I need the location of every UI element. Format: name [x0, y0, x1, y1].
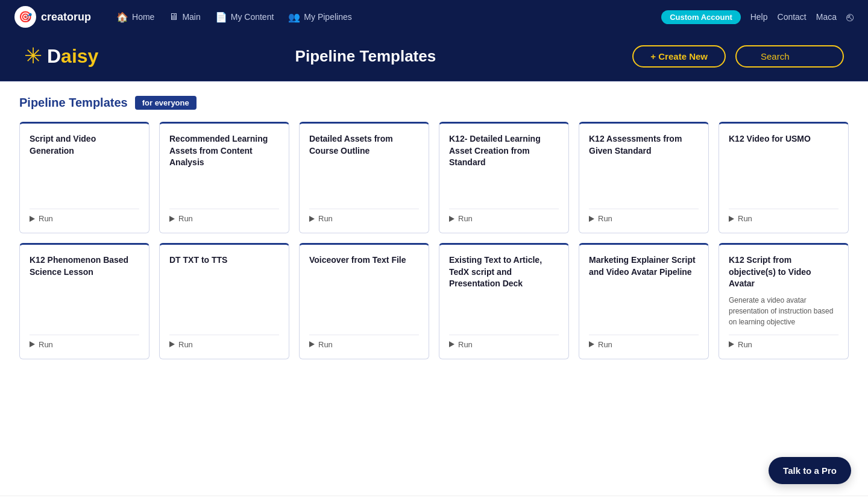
run-label: Run — [318, 214, 333, 223]
nav-main[interactable]: 🖥 Main — [163, 8, 206, 26]
card-run-button[interactable]: Run — [729, 335, 838, 349]
daisy-sun-icon: ✳ — [24, 43, 42, 69]
logo[interactable]: 🎯 creatorup — [14, 6, 91, 28]
card-title: K12 Phenomenon Based Science Lesson — [30, 254, 139, 327]
nav-contact[interactable]: Contact — [778, 12, 807, 22]
run-triangle-icon — [309, 216, 315, 222]
run-label: Run — [598, 340, 612, 349]
card-title: K12 Assessments from Given Standard — [589, 133, 699, 201]
card-run-button[interactable]: Run — [169, 209, 279, 223]
card-title: Script and Video Generation — [30, 133, 139, 201]
run-label: Run — [598, 214, 612, 223]
card-k12-video-usmo[interactable]: K12 Video for USMO Run — [719, 122, 849, 233]
card-run-button[interactable]: Run — [589, 335, 699, 349]
run-triangle-icon — [30, 341, 35, 347]
header-actions: + Create New Search — [632, 45, 844, 68]
run-label: Run — [738, 340, 752, 349]
card-existing-text-article[interactable]: Existing Text to Article, TedX script an… — [439, 243, 569, 359]
search-button[interactable]: Search — [735, 45, 844, 68]
cards-row-2: K12 Phenomenon Based Science Lesson Run … — [19, 243, 849, 359]
run-triangle-icon — [729, 341, 734, 347]
for-everyone-badge: for everyone — [135, 96, 197, 110]
card-k12-assessments[interactable]: K12 Assessments from Given Standard Run — [579, 122, 709, 233]
card-description: Generate a video avatar presentation of … — [729, 295, 838, 327]
logo-icon: 🎯 — [14, 6, 36, 28]
nav-main-label: Main — [182, 12, 200, 22]
card-voiceover-text-file[interactable]: Voiceover from Text File Run — [299, 243, 429, 359]
nav-my-content[interactable]: 📄 My Content — [209, 8, 280, 27]
card-k12-script-objective[interactable]: K12 Script from objective(s) to Video Av… — [719, 243, 849, 359]
cards-wrapper: Script and Video Generation Run Recommen… — [19, 122, 849, 359]
run-triangle-icon — [589, 216, 594, 222]
home-icon: 🏠 — [116, 11, 128, 23]
card-k12-phenomenon[interactable]: K12 Phenomenon Based Science Lesson Run — [19, 243, 149, 359]
footer: Copyright 2024 CreatorUp, all rights res… — [0, 496, 868, 501]
run-label: Run — [458, 214, 473, 223]
card-title: DT TXT to TTS — [169, 254, 279, 327]
card-script-video-generation[interactable]: Script and Video Generation Run — [19, 122, 149, 233]
card-marketing-explainer[interactable]: Marketing Explainer Script and Video Ava… — [579, 243, 709, 359]
run-triangle-icon — [30, 216, 35, 222]
card-title: Detailed Assets from Course Outline — [309, 133, 419, 201]
card-run-button[interactable]: Run — [30, 209, 139, 223]
nav-my-pipelines[interactable]: 👥 My Pipelines — [282, 8, 357, 27]
nav-my-pipelines-label: My Pipelines — [304, 12, 351, 22]
nav-items: 🏠 Home 🖥 Main 📄 My Content 👥 My Pipeline… — [110, 8, 647, 27]
run-triangle-icon — [449, 341, 454, 347]
card-title: Voiceover from Text File — [309, 254, 419, 327]
main-icon: 🖥 — [169, 11, 178, 22]
run-label: Run — [178, 214, 193, 223]
cards-row-1: Script and Video Generation Run Recommen… — [19, 122, 849, 233]
logout-icon[interactable]: ⎋ — [846, 10, 854, 24]
run-label: Run — [738, 214, 752, 223]
run-label: Run — [318, 340, 333, 349]
logo-text: creatorup — [41, 11, 91, 24]
content-icon: 📄 — [215, 11, 227, 23]
main-content: Pipeline Templates for everyone Script a… — [0, 81, 868, 496]
card-run-button[interactable]: Run — [449, 209, 559, 223]
pipelines-icon: 👥 — [288, 11, 300, 23]
page-title: Pipeline Templates — [98, 47, 632, 66]
section-header: Pipeline Templates for everyone — [19, 96, 849, 110]
card-run-button[interactable]: Run — [729, 209, 838, 223]
card-title: K12 Video for USMO — [729, 133, 838, 201]
card-recommended-learning[interactable]: Recommended Learning Assets from Content… — [159, 122, 289, 233]
card-run-button[interactable]: Run — [589, 209, 699, 223]
card-dt-txt-tts[interactable]: DT TXT to TTS Run — [159, 243, 289, 359]
card-title: Recommended Learning Assets from Content… — [169, 133, 279, 201]
nav-home[interactable]: 🏠 Home — [110, 8, 160, 27]
custom-account-badge[interactable]: Custom Account — [661, 10, 741, 24]
card-run-button[interactable]: Run — [30, 335, 139, 349]
nav-right: Custom Account Help Contact Maca ⎋ — [661, 10, 854, 24]
section-title: Pipeline Templates — [19, 96, 128, 110]
nav-my-content-label: My Content — [231, 12, 274, 22]
create-new-button[interactable]: + Create New — [632, 45, 726, 68]
run-label: Run — [458, 340, 473, 349]
run-triangle-icon — [309, 341, 315, 347]
card-run-button[interactable]: Run — [309, 335, 419, 349]
header-band: ✳ Daisy Pipeline Templates + Create New … — [0, 34, 868, 81]
run-triangle-icon — [729, 216, 734, 222]
run-triangle-icon — [589, 341, 594, 347]
run-label: Run — [178, 340, 193, 349]
card-title: Marketing Explainer Script and Video Ava… — [589, 254, 699, 327]
card-run-button[interactable]: Run — [309, 209, 419, 223]
run-label: Run — [39, 214, 53, 223]
run-triangle-icon — [169, 216, 175, 222]
card-title: Existing Text to Article, TedX script an… — [449, 254, 559, 327]
card-run-button[interactable]: Run — [169, 335, 279, 349]
card-k12-detailed-learning[interactable]: K12- Detailed Learning Asset Creation fr… — [439, 122, 569, 233]
daisy-logo: ✳ Daisy — [24, 43, 98, 69]
top-navigation: 🎯 creatorup 🏠 Home 🖥 Main 📄 My Content 👥… — [0, 0, 868, 34]
run-label: Run — [39, 340, 53, 349]
nav-user[interactable]: Maca — [816, 12, 837, 22]
run-triangle-icon — [169, 341, 175, 347]
daisy-name: Daisy — [47, 45, 98, 68]
nav-home-label: Home — [132, 12, 154, 22]
talk-to-pro-button[interactable]: Talk to a Pro — [769, 457, 851, 484]
nav-help[interactable]: Help — [750, 12, 768, 22]
run-triangle-icon — [449, 216, 454, 222]
card-title: K12 Script from objective(s) to Video Av… — [729, 254, 838, 290]
card-run-button[interactable]: Run — [449, 335, 559, 349]
card-detailed-assets-course-outline[interactable]: Detailed Assets from Course Outline Run — [299, 122, 429, 233]
